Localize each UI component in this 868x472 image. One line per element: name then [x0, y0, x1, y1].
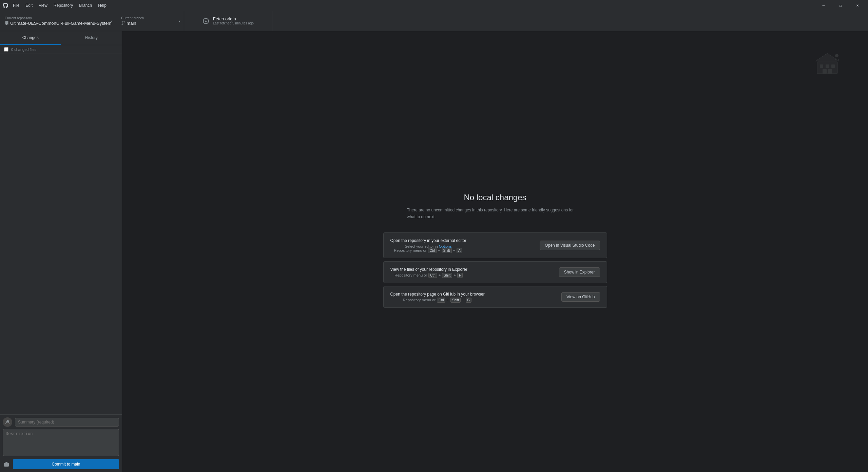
- no-changes-illustration: [814, 52, 841, 76]
- menu-help[interactable]: Help: [95, 2, 109, 9]
- commit-footer: Commit to main: [3, 459, 119, 469]
- suggestion-card-editor: Open the repository in your external edi…: [383, 232, 607, 258]
- file-list: [0, 54, 122, 414]
- shortcut-ctrl-3: Ctrl: [437, 298, 446, 303]
- shortcut-shift-2: Shift: [442, 273, 452, 278]
- tab-changes[interactable]: Changes: [0, 31, 61, 45]
- branch-chevron-icon: ▾: [179, 19, 180, 23]
- shortcut-ctrl-2: Ctrl: [428, 273, 437, 278]
- shortcut-f: F: [457, 273, 463, 278]
- current-repo-section[interactable]: Current repository Ultimate-UES-CommonUI…: [0, 11, 116, 31]
- fetch-sublabel: Last fetched 5 minutes ago: [213, 21, 254, 25]
- main-content: No local changes There are no uncommitte…: [122, 31, 868, 472]
- branch-name: main: [121, 21, 179, 26]
- window-controls: ─ □ ✕: [816, 0, 865, 11]
- tab-history[interactable]: History: [61, 31, 122, 45]
- branch-icon: [121, 21, 125, 25]
- card-explorer-text: View the files of your repository in Exp…: [390, 267, 467, 277]
- card-editor-shortcut: Repository menu or Ctrl + Shift + A: [390, 248, 466, 252]
- commit-summary-input[interactable]: [15, 418, 119, 427]
- maximize-button[interactable]: □: [833, 0, 848, 11]
- add-coauthor-icon: [4, 461, 9, 467]
- svg-rect-2: [826, 64, 829, 68]
- no-changes-container: No local changes There are no uncommitte…: [393, 193, 597, 310]
- add-coauthor-button[interactable]: [3, 460, 11, 468]
- commit-description-input[interactable]: [3, 429, 119, 456]
- repo-chevron-icon: ▾: [111, 19, 113, 23]
- toolbar: Current repository Ultimate-UES-CommonUI…: [0, 11, 868, 31]
- card-editor-title: Open the repository in your external edi…: [390, 238, 466, 243]
- repo-name: Ultimate-UES-CommonUI-Full-Game-Menu-Sys…: [5, 21, 111, 26]
- view-on-github-button[interactable]: View on GitHub: [561, 292, 600, 302]
- menu-edit[interactable]: Edit: [23, 2, 35, 9]
- menu-branch[interactable]: Branch: [76, 2, 95, 9]
- sidebar-tabs: Changes History: [0, 31, 122, 45]
- open-vscode-button[interactable]: Open in Visual Studio Code: [540, 241, 600, 250]
- suggestion-card-github: Open the repository page on GitHub in yo…: [383, 286, 607, 308]
- shortcut-ctrl: Ctrl: [428, 248, 437, 253]
- options-link[interactable]: Options: [439, 244, 452, 248]
- suggestion-cards: Open the repository in your external edi…: [383, 232, 607, 310]
- repo-icon: [5, 21, 9, 25]
- fetch-label: Fetch origin: [213, 16, 254, 21]
- card-editor-text: Open the repository in your external edi…: [390, 238, 466, 252]
- fetch-text: Fetch origin Last fetched 5 minutes ago: [213, 16, 254, 26]
- avatar: [3, 417, 12, 427]
- shortcut-shift: Shift: [442, 248, 452, 253]
- current-branch-section[interactable]: Current branch main ▾: [116, 11, 184, 31]
- close-button[interactable]: ✕: [850, 0, 865, 11]
- svg-rect-1: [820, 64, 823, 68]
- branch-label: Current branch: [121, 16, 179, 20]
- illustration-icon: [814, 52, 841, 75]
- svg-point-7: [835, 54, 838, 57]
- titlebar: File Edit View Repository Branch Help ─ …: [0, 0, 868, 11]
- menu-repository[interactable]: Repository: [51, 2, 76, 9]
- show-in-explorer-button[interactable]: Show in Explorer: [559, 267, 600, 277]
- card-github-shortcut: Repository menu or Ctrl + Shift + G: [390, 298, 485, 302]
- svg-rect-5: [828, 69, 832, 74]
- shortcut-g: G: [466, 298, 472, 303]
- commit-input-row: [3, 417, 119, 427]
- fetch-icon: [203, 18, 209, 24]
- changed-files-count: 0 changed files: [11, 48, 36, 52]
- svg-rect-4: [823, 69, 827, 74]
- shortcut-shift-3: Shift: [450, 298, 461, 303]
- minimize-button[interactable]: ─: [816, 0, 831, 11]
- no-changes-title: No local changes: [464, 193, 526, 202]
- no-changes-desc: There are no uncommitted changes in this…: [407, 207, 583, 220]
- menu-view[interactable]: View: [36, 2, 50, 9]
- card-editor-desc: Select your editor in Options: [390, 244, 466, 248]
- main-layout: Changes History 0 changed files: [0, 31, 868, 472]
- menu-bar: File Edit View Repository Branch Help: [10, 2, 816, 9]
- changed-files-bar: 0 changed files: [0, 45, 122, 54]
- repo-label: Current repository: [5, 16, 111, 20]
- svg-rect-3: [831, 64, 835, 68]
- card-github-text: Open the repository page on GitHub in yo…: [390, 292, 485, 302]
- sidebar: Changes History 0 changed files: [0, 31, 122, 472]
- select-all-checkbox[interactable]: [4, 47, 8, 52]
- menu-file[interactable]: File: [10, 2, 22, 9]
- fetch-origin-section[interactable]: Fetch origin Last fetched 5 minutes ago: [184, 11, 272, 31]
- card-github-title: Open the repository page on GitHub in yo…: [390, 292, 485, 297]
- shortcut-a: A: [457, 248, 462, 253]
- commit-button[interactable]: Commit to main: [13, 459, 119, 469]
- suggestion-card-explorer: View the files of your repository in Exp…: [383, 261, 607, 283]
- card-explorer-title: View the files of your repository in Exp…: [390, 267, 467, 272]
- commit-area: Commit to main: [0, 414, 122, 472]
- user-icon: [5, 419, 10, 425]
- github-logo-icon: [3, 3, 8, 8]
- card-explorer-shortcut: Repository menu or Ctrl + Shift + F: [390, 273, 467, 277]
